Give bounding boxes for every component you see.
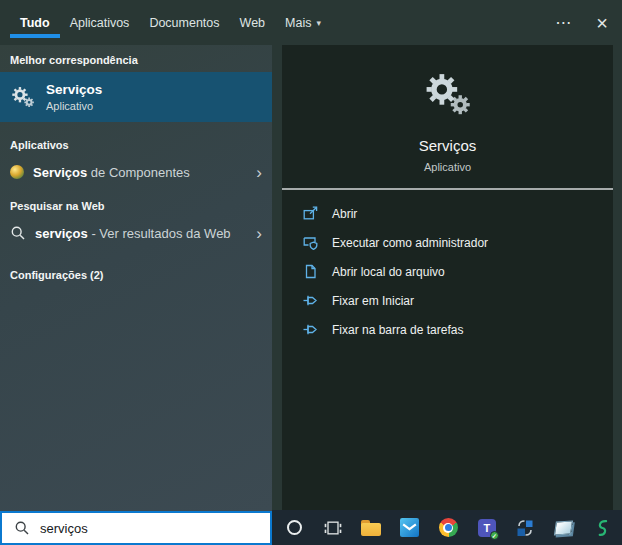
result-title: Serviços bbox=[46, 82, 102, 97]
task-view-icon bbox=[323, 518, 343, 538]
mail-icon bbox=[400, 518, 419, 537]
action-run-as-admin[interactable]: Executar como administrador bbox=[282, 228, 613, 257]
more-options-icon[interactable]: ⋯ bbox=[555, 13, 572, 32]
tab-mais[interactable]: Mais ▾ bbox=[283, 0, 323, 45]
tab-aplicativos[interactable]: Aplicativos bbox=[68, 0, 132, 45]
teams-letter: T bbox=[483, 522, 490, 534]
search-icon bbox=[14, 520, 30, 536]
admin-shield-icon bbox=[302, 234, 319, 251]
open-icon bbox=[302, 205, 319, 222]
taskbar-button-chrome[interactable] bbox=[429, 510, 468, 545]
sync-app-icon bbox=[515, 518, 535, 538]
file-location-icon bbox=[302, 263, 319, 280]
action-list: Abrir Executar como administrador Abrir … bbox=[282, 199, 613, 344]
action-pin-to-start[interactable]: Fixar em Iniciar bbox=[282, 286, 613, 315]
gears-icon bbox=[10, 85, 36, 109]
action-label: Executar como administrador bbox=[332, 236, 488, 250]
chevron-right-icon[interactable]: › bbox=[256, 164, 262, 181]
gears-icon bbox=[422, 71, 474, 117]
component-services-icon bbox=[10, 165, 24, 179]
teams-status-check-icon: ✓ bbox=[490, 531, 499, 540]
taskbar-button-s-app[interactable] bbox=[583, 510, 622, 545]
taskbar-button-notepad[interactable] bbox=[545, 510, 584, 545]
action-label: Fixar em Iniciar bbox=[332, 294, 414, 308]
result-best-match-servicos[interactable]: Serviços Aplicativo bbox=[0, 72, 272, 122]
chrome-icon bbox=[439, 518, 458, 537]
pin-start-icon bbox=[302, 292, 319, 309]
search-input[interactable] bbox=[40, 521, 230, 536]
result-text-bold: Serviços bbox=[33, 165, 87, 180]
search-box[interactable] bbox=[0, 511, 272, 545]
filter-tabs: Tudo Aplicativos Documentos Web Mais ▾ bbox=[18, 0, 323, 45]
section-header-settings: Configurações (2) bbox=[0, 260, 272, 287]
taskbar-button-file-explorer[interactable] bbox=[352, 510, 391, 545]
file-explorer-icon bbox=[361, 520, 381, 536]
tab-web[interactable]: Web bbox=[238, 0, 267, 45]
result-text: serviços - Ver resultados da Web bbox=[35, 226, 231, 241]
action-label: Abrir local do arquivo bbox=[332, 265, 445, 279]
taskbar-button-sync-app[interactable] bbox=[506, 510, 545, 545]
chevron-right-icon[interactable]: › bbox=[256, 225, 262, 242]
chevron-down-icon: ▾ bbox=[316, 18, 321, 28]
result-text-bold: serviços bbox=[35, 226, 88, 241]
window-controls: ⋯ × bbox=[555, 0, 608, 45]
result-text-rest: - Ver resultados da Web bbox=[88, 226, 231, 241]
close-icon[interactable]: × bbox=[596, 13, 608, 33]
preview-subtitle: Aplicativo bbox=[424, 161, 471, 173]
s-app-icon bbox=[592, 518, 612, 538]
tab-label: Tudo bbox=[20, 16, 50, 30]
preview-title: Serviços bbox=[419, 137, 477, 154]
taskbar-button-teams[interactable]: T✓ bbox=[468, 510, 507, 545]
tab-tudo[interactable]: Tudo bbox=[18, 0, 52, 45]
result-web-search[interactable]: serviços - Ver resultados da Web › bbox=[0, 218, 272, 248]
search-icon bbox=[10, 225, 26, 241]
action-open-file-location[interactable]: Abrir local do arquivo bbox=[282, 257, 613, 286]
action-label: Fixar na barra de tarefas bbox=[332, 323, 463, 337]
preview-panel: Serviços Aplicativo Abrir Executar como … bbox=[282, 45, 613, 510]
tab-documentos[interactable]: Documentos bbox=[147, 0, 221, 45]
pin-taskbar-icon bbox=[302, 321, 319, 338]
taskbar-button-task-view[interactable] bbox=[314, 510, 353, 545]
notepad-icon bbox=[554, 520, 573, 535]
tab-label: Documentos bbox=[149, 16, 219, 30]
action-pin-to-taskbar[interactable]: Fixar na barra de tarefas bbox=[282, 315, 613, 344]
action-open[interactable]: Abrir bbox=[282, 199, 613, 228]
taskbar: T✓ bbox=[272, 510, 622, 545]
search-filter-bar: Tudo Aplicativos Documentos Web Mais ▾ ⋯… bbox=[0, 0, 622, 45]
search-flyout-window: Tudo Aplicativos Documentos Web Mais ▾ ⋯… bbox=[0, 0, 622, 545]
divider bbox=[282, 188, 613, 190]
tab-label: Mais bbox=[285, 16, 311, 30]
action-label: Abrir bbox=[332, 207, 357, 221]
taskbar-button-cortana[interactable] bbox=[275, 510, 314, 545]
result-text-rest: de Componentes bbox=[87, 165, 190, 180]
section-header-best-match: Melhor correspondência bbox=[0, 45, 272, 72]
result-subtitle: Aplicativo bbox=[46, 100, 102, 112]
results-panel: Melhor correspondência Serviços Aplicati… bbox=[0, 45, 272, 511]
result-component-services[interactable]: Serviços de Componentes › bbox=[0, 157, 272, 187]
cortana-icon bbox=[287, 520, 302, 535]
taskbar-button-mail[interactable] bbox=[391, 510, 430, 545]
tab-label: Aplicativos bbox=[70, 16, 130, 30]
tab-label: Web bbox=[240, 16, 265, 30]
section-header-web: Pesquisar na Web bbox=[0, 191, 272, 218]
best-match-text: Serviços Aplicativo bbox=[46, 82, 102, 112]
teams-icon: T✓ bbox=[478, 519, 496, 537]
section-header-apps: Aplicativos bbox=[0, 130, 272, 157]
result-text: Serviços de Componentes bbox=[33, 165, 190, 180]
